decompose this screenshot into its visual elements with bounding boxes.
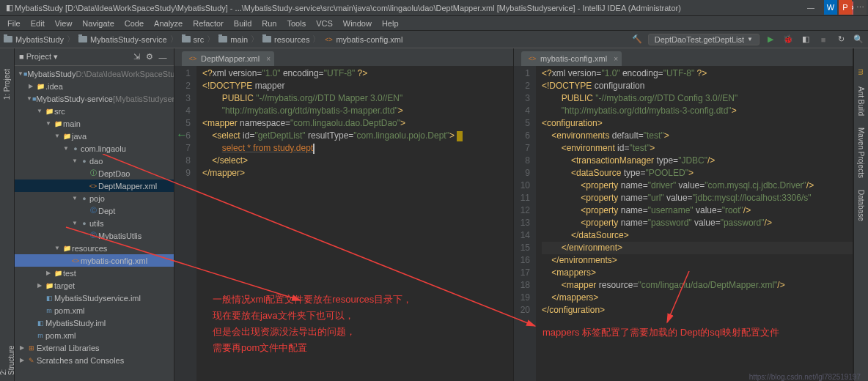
tab-mybatisconfig[interactable]: mybatis-config.xml×: [521, 51, 622, 66]
tree-item[interactable]: ◧ MybatisStudyservice.iml: [15, 292, 174, 304]
breadcrumb-item[interactable]: src: [181, 34, 205, 45]
run-config-label: DeptDaoTest.getDeptList: [655, 35, 744, 44]
menu-window[interactable]: Window: [339, 18, 376, 29]
fld-icon: 📁: [35, 81, 45, 92]
project-tool-tab[interactable]: 1: Project: [3, 69, 11, 100]
editor-left: DeptMapper.xml× 123456789 ←<?xml version…: [174, 48, 514, 381]
right-tool-strip: m Ant Build Maven Projects Database: [853, 48, 868, 381]
xml-icon: <>: [88, 181, 98, 191]
menu-view[interactable]: View: [51, 18, 77, 29]
mvn-icon: m: [44, 306, 54, 316]
menu-code[interactable]: Code: [120, 18, 148, 29]
breadcrumb-item[interactable]: resources: [262, 34, 309, 45]
menu-analyze[interactable]: Analyze: [150, 18, 187, 29]
tree-item[interactable]: ▶✎ Scratches and Consoles: [15, 354, 174, 366]
hide-icon[interactable]: —: [156, 51, 169, 64]
res-icon: 📁: [62, 243, 72, 254]
tab-deptmapper[interactable]: DeptMapper.xml×: [182, 51, 274, 66]
tree-item[interactable]: ◧ MybatisStudy.iml: [15, 317, 174, 329]
collapse-icon[interactable]: ⇲: [130, 51, 143, 64]
tree-item[interactable]: ▼📁 src: [15, 105, 174, 117]
tree-item[interactable]: <> mybatis-config.xml: [15, 254, 174, 267]
tree-item[interactable]: ▼📁 resources: [15, 242, 174, 254]
fld-icon: 📁: [53, 119, 63, 129]
breadcrumb-item[interactable]: mybatis-config.xml: [323, 34, 402, 45]
minimize-button[interactable]: —: [801, 1, 821, 15]
iml-icon: ◧: [35, 318, 45, 328]
watermark: https://blog.csdn.net/lgl782519197: [749, 373, 861, 381]
tree-item[interactable]: ▼● utils: [15, 217, 174, 229]
back-arrow-icon: ←: [176, 128, 188, 141]
tree-item[interactable]: ▶📁 target: [15, 279, 174, 292]
code-area-left[interactable]: 123456789 ←<?xml version="1.0" encoding=…: [174, 66, 513, 381]
menu-file[interactable]: File: [3, 18, 25, 29]
minimap[interactable]: [842, 67, 851, 214]
tree-item[interactable]: ▶📁 test: [15, 267, 174, 279]
run-button[interactable]: ▶: [764, 33, 777, 46]
debug-button[interactable]: 🐞: [781, 33, 795, 46]
project-tree[interactable]: ▼■ MybatisStudy D:\Data\IdeaWorkSpaceStu…: [15, 66, 174, 368]
tree-item[interactable]: ▼■ MybatisStudy-service [MybatisStudyser…: [15, 92, 174, 105]
app-icon: ◧: [4, 3, 15, 13]
breadcrumb-item[interactable]: MybatisStudy: [3, 34, 64, 45]
build-icon[interactable]: 🔨: [630, 33, 644, 46]
coverage-button[interactable]: ◧: [799, 33, 812, 46]
menu-tools[interactable]: Tools: [282, 18, 310, 29]
search-icon[interactable]: 🔍: [852, 33, 865, 46]
int-icon: Ⓘ: [88, 169, 98, 179]
window-title: MybatisStudy [D:\Data\IdeaWorkSpaceStudy…: [15, 4, 801, 12]
ant-build-tab[interactable]: Ant Build: [857, 86, 865, 116]
tree-item[interactable]: ▼📁 main: [15, 117, 174, 130]
xml-icon: [188, 53, 198, 64]
menu-build[interactable]: Build: [229, 18, 256, 29]
tree-item[interactable]: ▼● com.lingaolu: [15, 142, 174, 155]
menu-run[interactable]: Run: [257, 18, 281, 29]
pkg-icon: ●: [79, 218, 89, 229]
tree-item[interactable]: ▼📁 java: [15, 130, 174, 142]
menu-refactor[interactable]: Refactor: [188, 18, 228, 29]
pkg-icon: ●: [79, 156, 89, 166]
tree-item[interactable]: Ⓘ DeptDao: [15, 167, 174, 180]
structure-tab[interactable]: 2: Structure: [0, 343, 15, 375]
menu-navigate[interactable]: Navigate: [78, 18, 118, 29]
pkg-icon: ●: [70, 144, 81, 154]
tree-item[interactable]: ▼● pojo: [15, 192, 174, 204]
titlebar: ◧ MybatisStudy [D:\Data\IdeaWorkSpaceStu…: [0, 0, 868, 16]
stop-button[interactable]: ■: [817, 33, 830, 46]
database-tab[interactable]: Database: [857, 190, 865, 221]
menu-help[interactable]: Help: [378, 18, 403, 29]
run-config-selector[interactable]: DeptDaoTest.getDeptList ▼: [648, 34, 760, 45]
xml-icon: [527, 53, 537, 64]
tree-item[interactable]: m pom.xml: [15, 329, 174, 341]
tree-item[interactable]: <> DeptMapper.xml: [15, 180, 174, 192]
chevron-down-icon: ▼: [747, 36, 753, 42]
scr-icon: ✎: [26, 355, 37, 366]
maven-tab[interactable]: Maven Projects: [857, 127, 865, 178]
gear-icon[interactable]: ⚙: [143, 51, 156, 64]
bottom-left-strip: 2: Structure: [0, 322, 15, 381]
project-panel-title: ■ Project ▾: [19, 52, 130, 62]
cls-icon: Ⓒ: [88, 231, 98, 241]
src-icon: 📁: [62, 131, 72, 141]
code-area-right[interactable]: 1234567891011121314151617181920 <?xml ve…: [514, 66, 853, 381]
task-tray-icons: WP⋯: [824, 0, 867, 15]
breadcrumb-item[interactable]: MybatisStudy-service: [78, 34, 167, 45]
iml-icon: ◧: [44, 293, 54, 303]
menubar: FileEditViewNavigateCodeAnalyzeRefactorB…: [0, 16, 868, 31]
tree-item[interactable]: ▼● dao: [15, 155, 174, 167]
tree-item[interactable]: Ⓒ Dept: [15, 204, 174, 217]
pkg-icon: ●: [79, 193, 89, 204]
tree-item[interactable]: ▶📁 .idea: [15, 80, 174, 92]
cls-icon: Ⓒ: [88, 206, 98, 216]
menu-edit[interactable]: Edit: [26, 18, 49, 29]
menu-vcs[interactable]: VCS: [312, 18, 337, 29]
tree-item[interactable]: m pom.xml: [15, 304, 174, 317]
update-button[interactable]: ↻: [834, 33, 847, 46]
breadcrumb-item[interactable]: main: [218, 34, 248, 45]
tree-item[interactable]: ▶⊞ External Libraries: [15, 341, 174, 354]
tree-item[interactable]: ▼■ MybatisStudy D:\Data\IdeaWorkSpaceStu…: [15, 67, 174, 80]
close-tab-icon[interactable]: ×: [614, 55, 618, 63]
close-tab-icon[interactable]: ×: [266, 55, 271, 63]
xml-icon: <>: [70, 256, 81, 266]
tree-item[interactable]: Ⓒ MybatisUtlis: [15, 229, 174, 242]
